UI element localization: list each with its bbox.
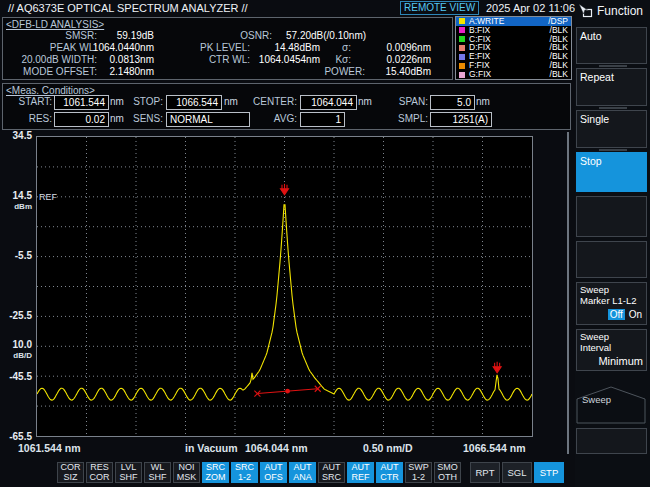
start-field[interactable]: 1061.544 (54, 95, 109, 110)
toolbar-button-res-cor[interactable]: RESCOR (86, 462, 113, 483)
sweep-marker-line2: Marker L1-L2 (580, 296, 643, 307)
start-unit: nm (110, 95, 124, 108)
stop-unit: nm (224, 95, 238, 108)
y-tick-5: -45.5 (0, 371, 32, 382)
res-unit: nm (110, 112, 124, 125)
osa-screen: // AQ6373E OPTICAL SPECTRUM ANALYZER // … (0, 0, 650, 487)
center-label: CENTER: (253, 95, 297, 108)
toolbar-button-src-1-2[interactable]: SRC1-2 (231, 462, 258, 483)
trace-name: G:FIX (469, 70, 491, 79)
datetime: 2025 Apr 02 11:06 (486, 2, 575, 14)
x-center-label: 1064.044 nm (245, 442, 307, 454)
sens-label: SENS: (133, 112, 163, 125)
x-scale-label: 0.50 nm/D (363, 442, 413, 454)
bottom-toolbar: CORSIZRESCORLVLSHFWLSHFNOIMSKSRCZOMSRC1-… (57, 462, 461, 483)
toolbar-button-swp-1-2[interactable]: SWP1-2 (405, 462, 432, 483)
trace-row-g[interactable]: G:FIX/BLK (456, 70, 571, 79)
sweep-group-label: Sweep (582, 394, 611, 405)
smpl-field[interactable]: 1251(A) (430, 112, 492, 127)
svg-text:REF: REF (39, 192, 58, 202)
toolbar-button-wl-shf[interactable]: WLSHF (144, 462, 171, 483)
softkey-sweep-marker[interactable]: Sweep Marker L1-L2 Off On (576, 282, 647, 325)
sens-field[interactable]: NORMAL (166, 112, 250, 127)
sweep-marker-off[interactable]: Off (608, 309, 625, 320)
trace-mode: /BLK (550, 70, 568, 79)
toolbar-button-aut-ctr[interactable]: AUTCTR (376, 462, 403, 483)
toolbar-button-aut-ref[interactable]: AUTREF (347, 462, 374, 483)
res-field[interactable]: 0.02 (54, 112, 109, 127)
softkey-auto[interactable]: Auto (576, 27, 647, 64)
softkey-auto-label: Auto (580, 30, 602, 42)
osnr-label: OSNR: (240, 30, 272, 41)
pk-level-value: 14.48dBm (274, 42, 320, 53)
softkey-empty-2[interactable] (576, 241, 647, 278)
toolbar-button-aut-ana[interactable]: AUTANA (289, 462, 316, 483)
sweep-mode-toolbar: RPTSGLSTP (470, 462, 564, 483)
trace-color-swatch (459, 27, 465, 33)
analysis-title: <DFB-LD ANALYSIS> (6, 19, 104, 30)
softkey-single-label: Single (580, 113, 609, 125)
toolbar-button-noi-msk[interactable]: NOIMSK (173, 462, 200, 483)
analysis-row-2: PEAK WL: 1064.0440nm PK LEVEL: 14.48dBm … (3, 42, 452, 53)
trace-color-swatch (459, 54, 465, 60)
trace-color-swatch (459, 36, 465, 42)
center-field[interactable]: 1064.044 (300, 95, 357, 110)
start-label: START: (18, 95, 52, 108)
softkey-single[interactable]: Single (576, 110, 647, 148)
softkey-empty-3[interactable] (576, 428, 647, 454)
avg-field[interactable]: 1 (300, 112, 345, 127)
span-field[interactable]: 5.0 (430, 95, 475, 110)
app-title: // AQ6373E OPTICAL SPECTRUM ANALYZER // (8, 2, 248, 14)
softkey-sweep-interval[interactable]: Sweep Interval Minimum (576, 329, 647, 371)
toolbar-button-aut-src[interactable]: AUTSRC (318, 462, 345, 483)
toolbar-button-src-zom[interactable]: SRCZOM (202, 462, 229, 483)
measure-line-marker (254, 386, 320, 397)
span-label: SPAN: (399, 95, 428, 108)
softkey-stop[interactable]: Stop (576, 152, 647, 192)
toolbar-button-aut-ofs[interactable]: AUTOFS (260, 462, 287, 483)
trace-color-swatch (459, 45, 465, 51)
ctr-wl-label: CTR WL: (209, 54, 250, 65)
sweep-button-stp[interactable]: STP (534, 462, 564, 483)
y-tick-top: 34.5 (0, 130, 32, 141)
center-unit: nm (358, 95, 372, 108)
sweep-interval-value: Minimum (598, 355, 643, 367)
ctr-wl-value: 1064.0454nm (259, 54, 320, 65)
y-scale-unit: dB/D (0, 350, 32, 361)
stop-field[interactable]: 1066.544 (166, 95, 222, 110)
trace-table: A:WRITE/DSPB:FIX/BLKC:FIX/BLKD:FIX/BLKE:… (455, 16, 572, 80)
sweep-group-tab: Sweep (576, 384, 647, 424)
sweep-marker-on[interactable]: On (628, 309, 643, 320)
toolbar-button-smo-oth[interactable]: SMOOTH (434, 462, 461, 483)
meas-conditions-panel: <Meas. Conditions> START: 1061.544 nm ST… (2, 83, 571, 130)
spectrum-plot: REF (36, 136, 533, 437)
softkey-repeat[interactable]: Repeat (576, 68, 647, 106)
sweep-marker-toggle: Off On (608, 309, 643, 321)
trace-color-swatch (459, 63, 465, 69)
sweep-button-rpt[interactable]: RPT (470, 462, 500, 483)
y-tick-3: -5.5 (0, 250, 32, 261)
function-menu-header: Function (578, 3, 643, 18)
x-stop-label: 1066.544 nm (463, 442, 525, 454)
peak-wl-value: 1064.0440nm (93, 42, 154, 53)
sigma-label: σ: (342, 42, 351, 53)
smsr-label: SMSR: (65, 30, 97, 41)
stop-label: STOP: (133, 95, 163, 108)
softkey-empty-1[interactable] (576, 196, 647, 237)
mode-offset-label: MODE OFFSET: (23, 66, 97, 77)
x-medium-label: in Vacuum (185, 442, 238, 454)
sweep-button-sgl[interactable]: SGL (502, 462, 532, 483)
analysis-row-1: SMSR: 59.19dB OSNR: 57.20dB(/0.10nm) (3, 30, 452, 41)
analysis-panel: <DFB-LD ANALYSIS> SMSR: 59.19dB OSNR: 57… (2, 17, 453, 80)
res-label: RES: (29, 112, 52, 125)
softkey-stop-label: Stop (580, 155, 602, 167)
avg-label: AVG: (274, 112, 297, 125)
function-cursor-icon (578, 3, 593, 18)
analysis-row-3: 20.00dB WIDTH: 0.0813nm CTR WL: 1064.045… (3, 54, 452, 65)
marker-flag-icon (281, 184, 289, 195)
toolbar-button-cor-siz[interactable]: CORSIZ (57, 462, 84, 483)
screen-edge-divider (567, 132, 569, 454)
toolbar-button-lvl-shf[interactable]: LVLSHF (115, 462, 142, 483)
sweep-interval-line2: Interval (580, 343, 643, 354)
mode-offset-value: 2.1480nm (110, 66, 154, 77)
